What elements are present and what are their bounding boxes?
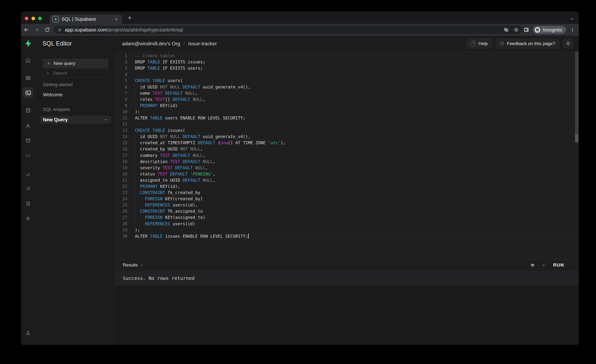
tab-strip-chevron-icon[interactable]: [569, 16, 575, 22]
help-button[interactable]: ? Help: [466, 39, 492, 48]
minimize-window-button[interactable]: [31, 17, 35, 20]
code-text: CREATE TABLE issues(: [135, 128, 185, 133]
query-panel: SQL Editor New query Getting started Wel…: [35, 36, 115, 345]
url-bar[interactable]: app.supabase.com/project/azahtnhqohyjerz…: [54, 26, 523, 34]
search-input[interactable]: [52, 70, 105, 76]
snippet-item-new-query[interactable]: New Query: [40, 116, 111, 124]
line-number: 25: [115, 203, 127, 207]
new-tab-button[interactable]: [126, 14, 134, 22]
code-line-11[interactable]: 11ALTER TABLE users ENABLE ROW LEVEL SEC…: [115, 115, 579, 121]
sidebar-item-database[interactable]: [23, 105, 33, 116]
sidebar-item-reports[interactable]: [23, 169, 33, 179]
plus-icon: [46, 61, 51, 66]
code-line-9[interactable]: 9 PRIMARY KEY(id): [115, 103, 579, 109]
feedback-button[interactable]: Feedback on this page?: [496, 39, 559, 48]
code-line-13[interactable]: 13CREATE TABLE issues(: [115, 127, 579, 134]
rail-divider: [23, 102, 33, 102]
bell-icon: [566, 41, 571, 46]
code-line-24[interactable]: 24 FOREIGN KEY(created_by): [115, 196, 579, 202]
code-line-4[interactable]: 4: [115, 71, 579, 77]
code-line-8[interactable]: 8 roles TEXT[] DEFAULT NULL,: [115, 96, 579, 103]
notifications-button[interactable]: [563, 39, 573, 48]
code-line-20[interactable]: 20 status TEXT DEFAULT 'PENDING',: [115, 171, 579, 177]
kebab-menu-icon[interactable]: [570, 27, 575, 32]
reload-icon[interactable]: [44, 26, 51, 33]
query-panel-header: SQL Editor: [35, 36, 115, 52]
sidebar-item-settings[interactable]: [23, 213, 33, 224]
line-number: 6: [115, 85, 127, 89]
favorite-heart-icon[interactable]: [530, 262, 535, 268]
code-line-5[interactable]: 5CREATE TABLE users(: [115, 77, 579, 84]
rail-divider: [23, 164, 33, 165]
code-line-17[interactable]: 17 summary TEXT DEFAULT NULL,: [115, 152, 579, 158]
tab-close-icon[interactable]: [113, 16, 119, 22]
editor-scrollbar[interactable]: [575, 52, 578, 260]
results-toggle[interactable]: Results: [123, 262, 144, 268]
star-icon[interactable]: [513, 27, 519, 33]
indent-guide: [135, 152, 135, 158]
lock-icon[interactable]: [58, 28, 62, 32]
code-line-16[interactable]: 16 created_by UUID NOT NULL,: [115, 146, 579, 152]
indent-guide: [135, 196, 135, 202]
scrollbar-thumb[interactable]: [575, 52, 578, 134]
code-line-12[interactable]: 12: [115, 121, 579, 127]
code-line-1[interactable]: 1-- Create tables: [115, 53, 579, 59]
back-icon[interactable]: [23, 26, 30, 33]
sidebar-item-account[interactable]: [23, 327, 33, 338]
sidebar-item-docs[interactable]: [23, 198, 33, 209]
code-line-21[interactable]: 21 assigned_to UUID DEFAULT NULL,: [115, 177, 579, 183]
code-text: ALTER TABLE issues ENABLE ROW LEVEL SECU…: [135, 234, 249, 239]
code-line-27[interactable]: 27 FOREIGN KEY(assigned_to): [115, 214, 579, 221]
code-text: ALTER TABLE users ENABLE ROW LEVEL SECUR…: [135, 116, 246, 120]
panel-icon[interactable]: [523, 27, 529, 33]
code-text: severity TEXT DEFAULT NULL,: [135, 165, 208, 170]
sidebar-item-welcome[interactable]: Welcome: [43, 92, 63, 97]
zoom-window-button[interactable]: [38, 17, 42, 20]
breadcrumb-org[interactable]: adam@windmill.dev's Org: [122, 41, 180, 46]
sql-editor-surface[interactable]: 1-- Create tables2DROP TABLE IF EXISTS i…: [115, 52, 579, 260]
incognito-badge[interactable]: Incognito: [533, 26, 566, 34]
line-number: 2: [115, 59, 127, 64]
code-line-14[interactable]: 14 id UUID NOT NULL DEFAULT uuid_generat…: [115, 134, 579, 140]
breadcrumb-project[interactable]: issue-tracker: [188, 41, 217, 46]
code-line-25[interactable]: 25 REFERENCES users(id),: [115, 202, 579, 208]
code-line-10[interactable]: 10);: [115, 109, 579, 115]
code-line-2[interactable]: 2DROP TABLE IF EXISTS issues;: [115, 59, 579, 65]
sidebar-item-logs[interactable]: [23, 183, 33, 193]
main-header: adam@windmill.dev's Org / issue-tracker …: [115, 36, 579, 52]
chevron-down-icon[interactable]: [104, 118, 108, 122]
run-button[interactable]: RUN: [552, 262, 566, 268]
code-line-7[interactable]: 7 name TEXT DEFAULT NULL,: [115, 90, 579, 96]
supabase-logo[interactable]: [23, 38, 33, 49]
sidebar-item-sql-editor[interactable]: [23, 88, 33, 98]
incognito-icon: [534, 27, 541, 33]
code-line-29[interactable]: 29);: [115, 227, 579, 233]
forward-icon[interactable]: [33, 26, 40, 33]
code-line-26[interactable]: 26 CONSTRAINT fk_assigned_to: [115, 208, 579, 214]
browser-tab[interactable]: SQL | Supabase: [50, 15, 122, 24]
code-line-22[interactable]: 22 PRIMARY KEY(id),: [115, 183, 579, 190]
snippet-label: New Query: [43, 117, 68, 123]
browser-window: SQL | Supabase: [21, 11, 579, 345]
code-text: CREATE TABLE users(: [135, 78, 183, 83]
code-line-30[interactable]: 30ALTER TABLE issues ENABLE ROW LEVEL SE…: [115, 233, 579, 239]
code-line-15[interactable]: 15 created_at TIMESTAMPTZ DEFAULT (now()…: [115, 140, 579, 146]
sidebar-item-authentication[interactable]: [23, 121, 33, 131]
eye-off-icon[interactable]: [503, 27, 509, 33]
code-line-3[interactable]: 3DROP TABLE IF EXISTS users;: [115, 65, 579, 71]
code-line-18[interactable]: 18 description TEXT DEFAULT NULL,: [115, 158, 579, 165]
sidebar-item-home[interactable]: [23, 55, 33, 66]
sidebar-item-storage[interactable]: [23, 135, 33, 146]
new-query-button[interactable]: New query: [43, 59, 108, 68]
code-text: PRIMARY KEY(id): [135, 103, 178, 108]
close-window-button[interactable]: [25, 17, 28, 20]
chevron-down-icon[interactable]: [541, 263, 545, 267]
code-line-6[interactable]: 6 id UUID NOT NULL DEFAULT uuid_generate…: [115, 84, 579, 90]
code-line-28[interactable]: 28 REFERENCES users(id): [115, 221, 579, 227]
sidebar-item-table-editor[interactable]: [23, 73, 33, 83]
line-number: 22: [115, 184, 127, 189]
code-line-23[interactable]: 23 CONSTRAINT fk_created_by: [115, 190, 579, 196]
code-line-19[interactable]: 19 severity TEXT DEFAULT NULL,: [115, 165, 579, 171]
sidebar-item-api[interactable]: [23, 150, 33, 161]
incognito-label: Incognito: [543, 27, 562, 33]
